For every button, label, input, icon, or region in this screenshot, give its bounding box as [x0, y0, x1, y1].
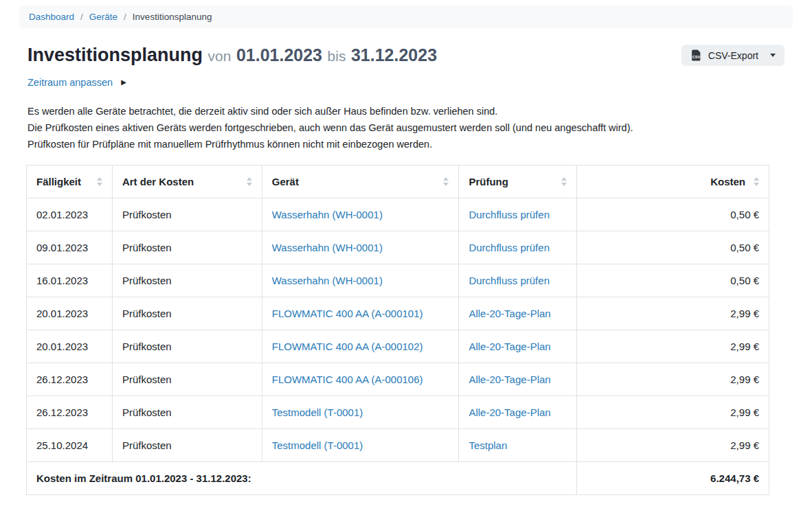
column-header-faelligkeit[interactable]: Fälligkeit — [27, 165, 113, 198]
breadcrumb-current: Investitionsplanung — [133, 12, 212, 22]
pruefung-link[interactable]: Durchfluss prüfen — [469, 275, 550, 286]
cell-faelligkeit: 26.12.2023 — [27, 363, 113, 396]
cell-kosten: 2,99 € — [577, 396, 769, 429]
geraet-link[interactable]: Wasserhahn (WH-0001) — [272, 209, 383, 220]
cell-kosten: 0,50 € — [577, 264, 769, 297]
breadcrumb-link-geraete[interactable]: Geräte — [89, 12, 117, 22]
date-from: 01.01.2023 — [236, 45, 322, 65]
csv-export-label: CSV-Export — [708, 50, 758, 61]
column-header-art-der-kosten[interactable]: Art der Kosten — [112, 165, 262, 198]
table-row: 20.01.2023 Prüfkosten FLOWMATIC 400 AA (… — [27, 297, 769, 330]
cell-faelligkeit: 25.10.2024 — [27, 429, 113, 462]
column-header-kosten[interactable]: Kosten — [577, 165, 769, 198]
cell-faelligkeit: 09.01.2023 — [27, 231, 113, 264]
cell-kosten: 2,99 € — [577, 330, 769, 363]
column-header-label: Prüfung — [469, 176, 508, 187]
page-title: Investitionsplanung von 01.01.2023 bis 3… — [27, 45, 437, 66]
cell-art-der-kosten: Prüfkosten — [112, 396, 262, 429]
geraet-link[interactable]: Testmodell (T-0001) — [272, 439, 363, 451]
date-to: 31.12.2023 — [351, 45, 437, 65]
intro-line-3: Prüfkosten für Prüfpläne mit manuellem P… — [27, 136, 785, 152]
title-row: Investitionsplanung von 01.01.2023 bis 3… — [27, 45, 785, 66]
pruefung-link[interactable]: Durchfluss prüfen — [469, 242, 550, 253]
pruefung-link[interactable]: Alle-20-Tage-Plan — [469, 374, 550, 385]
intro-line-2: Die Prüfkosten eines aktiven Geräts werd… — [27, 119, 785, 136]
sort-icon — [754, 177, 759, 186]
bis-label: bis — [328, 48, 346, 64]
table-row: 16.01.2023 Prüfkosten Wasserhahn (WH-000… — [27, 264, 769, 297]
cell-art-der-kosten: Prüfkosten — [112, 429, 262, 462]
table-row: 25.10.2024 Prüfkosten Testmodell (T-0001… — [27, 429, 769, 462]
cell-faelligkeit: 20.01.2023 — [27, 297, 113, 330]
intro-text: Es werden alle Geräte betrachtet, die de… — [27, 103, 785, 152]
geraet-link[interactable]: Testmodell (T-0001) — [272, 407, 363, 418]
sort-icon — [443, 177, 449, 186]
cell-art-der-kosten: Prüfkosten — [112, 264, 262, 297]
cell-faelligkeit: 02.01.2023 — [27, 198, 113, 231]
geraet-link[interactable]: Wasserhahn (WH-0001) — [272, 275, 383, 286]
cell-kosten: 2,99 € — [577, 363, 769, 396]
cell-faelligkeit: 16.01.2023 — [27, 264, 113, 297]
table-row: 02.01.2023 Prüfkosten Wasserhahn (WH-000… — [27, 198, 769, 231]
page-title-text: Investitionsplanung — [27, 45, 203, 65]
cell-art-der-kosten: Prüfkosten — [112, 198, 262, 231]
column-header-label: Fälligkeit — [36, 176, 81, 187]
intro-line-1: Es werden alle Geräte betrachtet, die de… — [27, 103, 785, 119]
csv-file-icon: CSV — [690, 49, 702, 61]
column-header-label: Art der Kosten — [122, 176, 194, 187]
pruefung-link[interactable]: Testplan — [469, 439, 507, 451]
column-header-label: Kosten — [710, 176, 745, 187]
cell-art-der-kosten: Prüfkosten — [112, 231, 262, 264]
table-row: 26.12.2023 Prüfkosten FLOWMATIC 400 AA (… — [27, 363, 769, 396]
sort-icon — [97, 177, 102, 186]
sort-icon — [247, 177, 252, 186]
table-row: 09.01.2023 Prüfkosten Wasserhahn (WH-000… — [27, 231, 769, 264]
sort-icon — [561, 177, 567, 186]
pruefung-link[interactable]: Alle-20-Tage-Plan — [469, 308, 550, 319]
column-header-geraet[interactable]: Gerät — [262, 165, 459, 198]
investment-table: Fälligkeit Art der Kosten Gerät — [26, 165, 769, 495]
footer-total-label: Kosten im Zeitraum 01.01.2023 - 31.12.20… — [27, 462, 577, 495]
breadcrumb: Dashboard / Geräte / Investitionsplanung — [19, 5, 793, 28]
cell-kosten: 2,99 € — [577, 429, 769, 462]
table-footer-row: Kosten im Zeitraum 01.01.2023 - 31.12.20… — [27, 462, 769, 495]
zeitraum-anpassen-link[interactable]: Zeitraum anpassen — [27, 77, 113, 88]
breadcrumb-separator: / — [124, 12, 126, 22]
svg-text:CSV: CSV — [692, 55, 701, 59]
column-header-label: Gerät — [272, 176, 299, 187]
cell-faelligkeit: 20.01.2023 — [27, 330, 113, 363]
cell-art-der-kosten: Prüfkosten — [112, 297, 262, 330]
cell-faelligkeit: 26.12.2023 — [27, 396, 113, 429]
column-header-pruefung[interactable]: Prüfung — [459, 165, 577, 198]
breadcrumb-link-dashboard[interactable]: Dashboard — [29, 12, 74, 22]
table-row: 20.01.2023 Prüfkosten FLOWMATIC 400 AA (… — [27, 330, 769, 363]
csv-export-button[interactable]: CSV CSV-Export — [681, 45, 785, 66]
von-label: von — [208, 48, 232, 64]
collapse-toggle-icon[interactable]: ▶ — [121, 79, 126, 86]
chevron-down-icon — [770, 54, 776, 57]
cell-art-der-kosten: Prüfkosten — [112, 330, 262, 363]
cell-kosten: 0,50 € — [577, 198, 769, 231]
pruefung-link[interactable]: Alle-20-Tage-Plan — [469, 407, 550, 418]
geraet-link[interactable]: FLOWMATIC 400 AA (A-000102) — [272, 341, 423, 352]
pruefung-link[interactable]: Alle-20-Tage-Plan — [469, 341, 550, 352]
cell-kosten: 2,99 € — [577, 297, 769, 330]
table-header-row: Fälligkeit Art der Kosten Gerät — [27, 165, 769, 198]
footer-total-value: 6.244,73 € — [577, 462, 769, 495]
table-row: 26.12.2023 Prüfkosten Testmodell (T-0001… — [27, 396, 769, 429]
geraet-link[interactable]: FLOWMATIC 400 AA (A-000106) — [272, 374, 423, 385]
geraet-link[interactable]: FLOWMATIC 400 AA (A-000101) — [272, 308, 423, 319]
cell-art-der-kosten: Prüfkosten — [112, 363, 262, 396]
geraet-link[interactable]: Wasserhahn (WH-0001) — [272, 242, 383, 253]
pruefung-link[interactable]: Durchfluss prüfen — [469, 209, 550, 220]
zeitraum-row: Zeitraum anpassen ▶ — [27, 77, 785, 88]
cell-kosten: 0,50 € — [577, 231, 769, 264]
breadcrumb-separator: / — [80, 12, 83, 22]
